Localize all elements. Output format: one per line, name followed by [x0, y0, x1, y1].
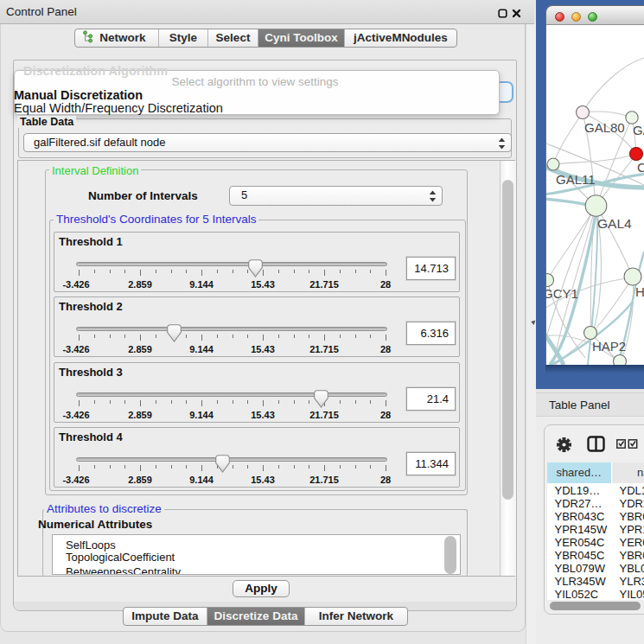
svg-text:C: C: [637, 160, 644, 175]
svg-text:GAL11: GAL11: [556, 172, 596, 187]
svg-text:GAL4: GAL4: [597, 216, 632, 231]
svg-text:GCY1: GCY1: [546, 286, 578, 301]
svg-text:GAL80: GAL80: [584, 120, 625, 135]
svg-text:GA: GA: [633, 123, 644, 137]
svg-text:H: H: [635, 284, 644, 299]
svg-text:HAP2: HAP2: [592, 339, 626, 354]
